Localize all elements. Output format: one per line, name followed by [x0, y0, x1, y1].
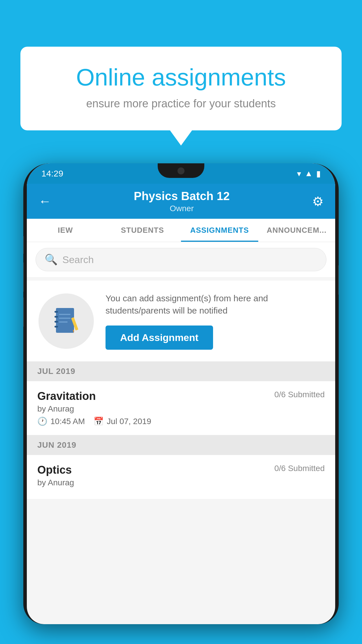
svg-rect-3: [55, 321, 58, 323]
power-button: [338, 265, 339, 295]
assignment-by-optics: by Anurag: [37, 478, 325, 487]
tab-assignments[interactable]: ASSIGNMENTS: [181, 219, 258, 242]
svg-rect-7: [59, 321, 68, 323]
volume-up-button: [23, 236, 24, 254]
assignment-item-gravitation[interactable]: Gravitation 0/6 Submitted by Anurag 🕐 10…: [27, 381, 335, 435]
wifi-icon: ▾: [297, 169, 301, 178]
page-subtitle: Owner: [134, 204, 230, 213]
promo-icon-circle: [38, 293, 94, 349]
app-wrapper: 14:29 ▾ ▲ ▮ ← Physics Batch 12 Owner ⚙: [27, 163, 335, 624]
tabs-bar: IEW STUDENTS ASSIGNMENTS ANNOUNCEM...: [27, 219, 335, 242]
header-title-block: Physics Batch 12 Owner: [134, 190, 230, 213]
search-bar[interactable]: 🔍 Search: [36, 248, 326, 271]
assignment-date: Jul 07, 2019: [107, 417, 151, 426]
svg-rect-6: [59, 318, 71, 319]
svg-rect-0: [56, 308, 74, 333]
svg-rect-4: [55, 326, 58, 328]
assignment-by: by Anurag: [37, 404, 325, 414]
assignment-item-optics[interactable]: Optics 0/6 Submitted by Anurag: [27, 455, 335, 499]
promo-description: You can add assignment(s) from here and …: [106, 292, 324, 317]
add-assignment-button[interactable]: Add Assignment: [106, 326, 213, 350]
signal-icon: ▲: [305, 169, 313, 178]
assignment-name-optics: Optics: [37, 464, 72, 476]
page-title: Physics Batch 12: [134, 190, 230, 203]
back-button[interactable]: ←: [38, 194, 51, 209]
promo-card: You can add assignment(s) from here and …: [27, 281, 335, 361]
status-icons: ▾ ▲ ▮: [297, 169, 321, 178]
assignment-row1-optics: Optics 0/6 Submitted: [37, 464, 325, 476]
volume-down-button: [23, 262, 24, 292]
phone-frame: 14:29 ▾ ▲ ▮ ← Physics Batch 12 Owner ⚙: [23, 163, 339, 624]
promo-text-block: You can add assignment(s) from here and …: [106, 292, 324, 350]
phone-container: 14:29 ▾ ▲ ▮ ← Physics Batch 12 Owner ⚙: [23, 163, 339, 644]
assignment-meta: 🕐 10:45 AM 📅 Jul 07, 2019: [37, 416, 325, 426]
assignment-row1: Gravitation 0/6 Submitted: [37, 390, 325, 402]
search-icon: 🔍: [45, 253, 58, 266]
notebook-icon: [53, 307, 79, 336]
svg-rect-1: [55, 311, 58, 313]
phone-notch: [158, 163, 204, 178]
tab-announcements[interactable]: ANNOUNCEM...: [258, 219, 335, 242]
clock-icon: 🕐: [37, 416, 48, 426]
svg-rect-5: [59, 314, 71, 315]
speech-bubble-subtitle: ensure more practice for your students: [44, 97, 318, 110]
section-header-jun: JUN 2019: [27, 435, 335, 455]
phone-screen: 14:29 ▾ ▲ ▮ ← Physics Batch 12 Owner ⚙: [27, 163, 335, 624]
status-time: 14:29: [41, 169, 63, 178]
speech-bubble-title: Online assignments: [44, 64, 318, 90]
section-header-jul: JUL 2019: [27, 361, 335, 381]
assignment-time: 10:45 AM: [50, 417, 85, 426]
battery-icon: ▮: [316, 169, 321, 178]
search-input[interactable]: Search: [62, 254, 94, 265]
app-header: ← Physics Batch 12 Owner ⚙: [27, 184, 335, 219]
tab-students[interactable]: STUDENTS: [104, 219, 181, 242]
settings-icon[interactable]: ⚙: [312, 194, 324, 209]
svg-rect-2: [55, 316, 58, 318]
assignment-submitted: 0/6 Submitted: [274, 390, 325, 399]
meta-date: 📅 Jul 07, 2019: [94, 416, 151, 426]
calendar-icon: 📅: [94, 416, 104, 426]
search-container: 🔍 Search: [27, 242, 335, 277]
speech-bubble: Online assignments ensure more practice …: [20, 47, 342, 130]
tab-iew[interactable]: IEW: [27, 219, 104, 242]
assignment-submitted-optics: 0/6 Submitted: [274, 464, 325, 473]
camera-button: [23, 298, 24, 327]
meta-time: 🕐 10:45 AM: [37, 416, 85, 426]
assignment-name: Gravitation: [37, 390, 96, 402]
front-camera: [178, 167, 184, 174]
speech-bubble-container: Online assignments ensure more practice …: [20, 47, 342, 130]
